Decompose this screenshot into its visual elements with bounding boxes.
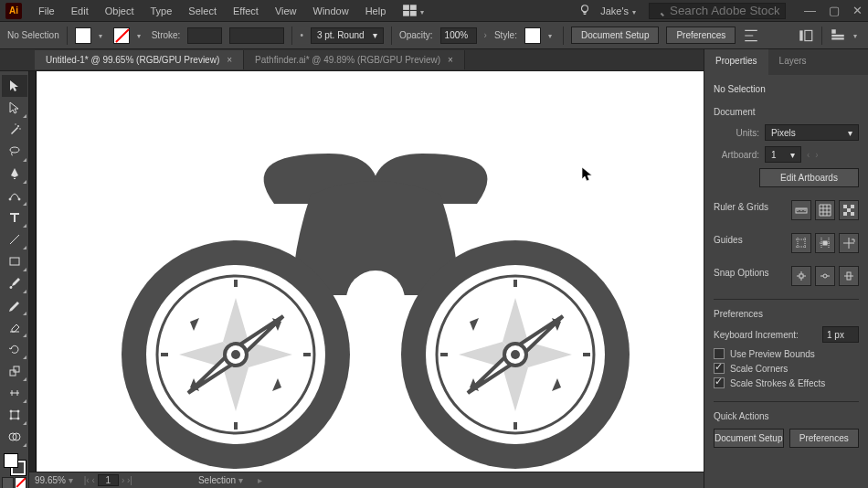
menu-file[interactable]: File	[31, 2, 62, 20]
document-tab[interactable]: Pathfinder.ai* @ 49.89% (RGB/GPU Preview…	[244, 50, 465, 69]
pen-tool[interactable]	[2, 163, 27, 185]
opacity-input[interactable]	[440, 27, 477, 44]
svg-rect-6	[805, 30, 812, 40]
paintbrush-tool[interactable]	[2, 272, 27, 294]
color-picker[interactable]	[2, 451, 27, 477]
tab-close-icon[interactable]: ×	[227, 55, 232, 65]
svg-rect-37	[851, 205, 854, 208]
expand-panel-icon[interactable]	[830, 27, 846, 44]
stroke-weight-input[interactable]	[187, 27, 222, 44]
rectangle-tool[interactable]	[2, 250, 27, 272]
svg-point-12	[19, 128, 20, 129]
workspace-label: Jake's	[600, 5, 629, 16]
width-tool[interactable]	[2, 382, 27, 404]
status-bar: 99.65% |‹ ‹ 1 › ›| Selection ▸	[29, 472, 704, 488]
svg-rect-5	[799, 30, 802, 40]
align-icon[interactable]	[743, 27, 759, 44]
grid-icon[interactable]	[815, 200, 835, 220]
selection-tool[interactable]	[2, 75, 27, 97]
eraser-tool[interactable]	[2, 316, 27, 338]
ruler-icon[interactable]	[791, 200, 811, 220]
shape-builder-tool[interactable]	[2, 426, 27, 448]
svg-point-23	[17, 418, 19, 419]
workspace-switcher[interactable]: Jake's	[600, 5, 640, 16]
menu-window[interactable]: Window	[306, 2, 356, 20]
minimize-button[interactable]: —	[804, 4, 816, 17]
maximize-button[interactable]: ▢	[829, 4, 840, 17]
artboard[interactable]	[37, 71, 704, 472]
opacity-label: Opacity:	[399, 30, 433, 40]
panel-toggle-icon[interactable]	[798, 27, 814, 44]
style-swatch[interactable]	[524, 27, 541, 44]
arrange-dropdown[interactable]	[420, 5, 428, 16]
menu-type[interactable]: Type	[143, 2, 180, 20]
menu-help[interactable]: Help	[358, 2, 394, 20]
color-mode-solid[interactable]	[2, 477, 14, 488]
current-tool-status[interactable]: Selection	[198, 475, 243, 485]
edit-artboards-button[interactable]: Edit Artboards	[759, 168, 859, 187]
artboard-select[interactable]: 1▾	[765, 146, 801, 163]
preview-bounds-checkbox[interactable]: Use Preview Bounds	[714, 348, 859, 359]
no-selection-label: No Selection	[714, 84, 859, 94]
lasso-tool[interactable]	[2, 141, 27, 163]
svg-rect-7	[831, 29, 836, 34]
document-tab[interactable]: Untitled-1* @ 99.65% (RGB/GPU Preview) ×	[35, 50, 244, 69]
stroke-dash-select[interactable]	[229, 27, 284, 44]
stroke-profile-select[interactable]: 3 pt. Round▾	[311, 27, 384, 44]
svg-point-10	[17, 125, 19, 127]
snap-pixel-icon[interactable]	[791, 266, 811, 286]
shaper-tool[interactable]	[2, 294, 27, 316]
svg-rect-9	[831, 37, 844, 39]
free-transform-tool[interactable]	[2, 404, 27, 426]
qa-document-setup-button[interactable]: Document Setup	[714, 429, 784, 448]
guides-visibility-icon[interactable]	[791, 233, 811, 253]
quick-actions-title: Quick Actions	[714, 411, 859, 421]
line-tool[interactable]	[2, 228, 27, 250]
scale-corners-checkbox[interactable]: Scale Corners	[714, 363, 859, 374]
direct-selection-tool[interactable]	[2, 97, 27, 119]
canvas[interactable]	[29, 71, 704, 472]
tab-properties[interactable]: Properties	[704, 49, 768, 75]
tab-close-icon[interactable]: ×	[448, 55, 453, 65]
svg-rect-39	[843, 212, 847, 216]
zoom-level[interactable]: 99.65%	[35, 475, 73, 485]
qa-preferences-button[interactable]: Preferences	[789, 429, 860, 448]
magic-wand-tool[interactable]	[2, 119, 27, 141]
preferences-button[interactable]: Preferences	[666, 27, 736, 44]
document-section-title: Document	[714, 107, 859, 117]
guides-lock-icon[interactable]	[815, 233, 835, 253]
artboard-nav[interactable]: |‹ ‹ 1 › ›|	[84, 475, 132, 485]
scale-tool[interactable]	[2, 360, 27, 382]
menu-select[interactable]: Select	[181, 2, 224, 20]
kbd-increment-input[interactable]	[822, 326, 859, 343]
style-label: Style:	[494, 30, 517, 40]
menu-view[interactable]: View	[268, 2, 304, 20]
snap-point-icon[interactable]	[815, 266, 835, 286]
svg-rect-17	[10, 370, 16, 376]
stroke-swatch[interactable]	[113, 27, 130, 44]
svg-rect-19	[11, 411, 18, 419]
document-setup-button[interactable]: Document Setup	[571, 27, 660, 44]
fill-color[interactable]	[4, 453, 18, 468]
svg-rect-2	[403, 11, 409, 16]
menu-effect[interactable]: Effect	[226, 2, 266, 20]
smart-guides-icon[interactable]	[839, 233, 859, 253]
scale-strokes-checkbox[interactable]: Scale Strokes & Effects	[714, 377, 859, 388]
svg-point-14	[9, 198, 11, 200]
units-select[interactable]: Pixels▾	[765, 124, 859, 141]
transparency-grid-icon[interactable]	[839, 200, 859, 220]
snap-grid-icon[interactable]	[839, 266, 859, 286]
arrange-icon[interactable]	[402, 3, 418, 19]
lightbulb-icon[interactable]	[578, 4, 591, 18]
menu-edit[interactable]: Edit	[64, 2, 96, 20]
svg-point-22	[10, 418, 12, 419]
menu-object[interactable]: Object	[98, 2, 142, 20]
search-input[interactable]	[649, 3, 786, 19]
rotate-tool[interactable]	[2, 338, 27, 360]
color-mode-none[interactable]	[15, 477, 26, 488]
fill-swatch[interactable]	[75, 27, 91, 44]
close-button[interactable]: ✕	[852, 4, 863, 17]
curvature-tool[interactable]	[2, 185, 27, 207]
type-tool[interactable]	[2, 207, 27, 228]
tab-layers[interactable]: Layers	[768, 49, 818, 75]
